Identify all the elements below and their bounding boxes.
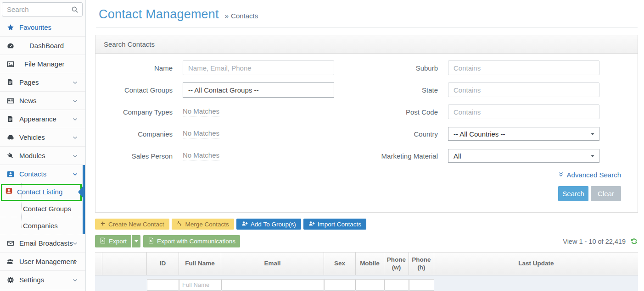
gears-icon xyxy=(6,276,14,284)
filter-phone-w-input[interactable] xyxy=(384,279,409,291)
column-header-id[interactable]: ID xyxy=(147,253,179,275)
caret-down-icon xyxy=(591,155,594,157)
export-with-communications-button[interactable]: Export with Communications xyxy=(143,235,240,247)
button-label: Export with Communications xyxy=(157,238,235,245)
column-header-sex[interactable]: Sex xyxy=(324,253,356,275)
sidebar-item-favourites[interactable]: Favourites xyxy=(0,18,85,37)
state-input[interactable] xyxy=(448,82,599,97)
sidebar-item-settings[interactable]: Settings xyxy=(0,271,85,289)
create-new-contact-button[interactable]: Create New Contact xyxy=(95,219,169,230)
post-code-input[interactable] xyxy=(448,104,599,119)
import-contacts-button[interactable]: Import Contacts xyxy=(303,219,366,230)
sidebar-search xyxy=(2,2,83,16)
form-row-name: Name xyxy=(95,57,334,79)
refresh-icon[interactable] xyxy=(630,237,638,245)
users-icon xyxy=(6,258,14,265)
search-button[interactable]: Search xyxy=(558,186,588,201)
merge-contacts-button[interactable]: Merge Contacts xyxy=(172,219,234,230)
column-header-last-update[interactable]: Last Update xyxy=(434,253,638,275)
sidebar-item-label: Appearance xyxy=(19,115,56,123)
sidebar-item-label: Contacts xyxy=(19,170,46,178)
chevron-down-icon xyxy=(72,98,78,105)
sidebar-item-companies[interactable]: Companies xyxy=(0,217,85,234)
search-form: Name Contact Groups -- All Contact Group… xyxy=(95,54,638,212)
field-label: Companies xyxy=(95,130,183,138)
form-row-marketing-material: Marketing Material All xyxy=(361,145,599,167)
button-label: Create New Contact xyxy=(108,221,164,228)
column-header-mobile[interactable]: Mobile xyxy=(356,253,384,275)
button-label: Import Contacts xyxy=(318,221,361,228)
chevron-down-icon xyxy=(72,171,78,179)
filter-phone-h-input[interactable] xyxy=(409,279,434,291)
sales-person-no-matches[interactable]: No Matches xyxy=(183,151,219,160)
country-select[interactable]: -- All Countries -- xyxy=(448,127,599,141)
filter-sex-input[interactable] xyxy=(324,279,356,291)
excel-file-icon xyxy=(148,237,154,245)
advanced-search-link[interactable]: Advanced Search xyxy=(558,171,621,179)
button-label: Merge Contacts xyxy=(185,221,229,228)
marketing-material-select[interactable]: All xyxy=(448,149,599,163)
form-row-companies: Companies No Matches xyxy=(95,123,334,145)
sidebar-item-pages[interactable]: Pages xyxy=(0,73,85,92)
image-icon xyxy=(6,60,14,68)
sidebar-item-contact-groups[interactable]: Contact Groups xyxy=(0,200,85,217)
dashboard-icon xyxy=(6,42,14,49)
clear-button[interactable]: Clear xyxy=(591,186,621,201)
filter-email-input[interactable] xyxy=(221,279,324,291)
chevron-down-icon xyxy=(72,79,78,87)
sidebar-item-contacts[interactable]: Contacts xyxy=(0,165,85,183)
export-dropdown-toggle[interactable] xyxy=(132,235,140,247)
sidebar-item-user-management[interactable]: User Management xyxy=(0,253,85,271)
column-header-email[interactable]: Email xyxy=(221,253,324,275)
page-title: Contact Management xyxy=(99,7,219,22)
country-select-value: -- All Countries -- xyxy=(454,130,505,138)
page-header: Contact Management »Contacts xyxy=(86,0,644,22)
sidebar-item-dashboard[interactable]: DashBoard xyxy=(0,37,85,55)
column-header-blank[interactable] xyxy=(95,253,102,275)
column-header-phone-w[interactable]: Phone (w) xyxy=(384,253,409,275)
suburb-input[interactable] xyxy=(448,60,599,75)
column-header-blank[interactable] xyxy=(102,253,147,275)
company-types-no-matches[interactable]: No Matches xyxy=(183,107,219,116)
envelope-icon xyxy=(6,240,14,247)
filter-mobile-input[interactable] xyxy=(356,279,384,291)
column-header-phone-h[interactable]: Phone (h) xyxy=(409,253,434,275)
chevron-down-icon xyxy=(72,277,78,285)
double-chevron-down-icon xyxy=(558,171,564,179)
companies-no-matches[interactable]: No Matches xyxy=(183,129,219,138)
page-icon xyxy=(6,115,14,122)
chevron-down-icon xyxy=(72,153,78,160)
name-input[interactable] xyxy=(183,60,334,75)
column-header-full-name[interactable]: Full Name xyxy=(179,253,221,275)
sidebar-item-modules[interactable]: Modules xyxy=(0,147,85,165)
sidebar-item-contact-listing[interactable]: Contact Listing xyxy=(0,183,85,200)
chevron-down-icon xyxy=(72,240,78,248)
sidebar-item-appearance[interactable]: Appearance xyxy=(0,110,85,128)
add-to-groups-button[interactable]: Add To Group(s) xyxy=(236,219,301,230)
chevron-down-icon xyxy=(72,116,78,124)
table-header-row: ID Full Name Email Sex Mobile Phone (w) … xyxy=(95,253,638,275)
breadcrumb: »Contacts xyxy=(225,12,258,20)
plug-icon xyxy=(6,152,14,159)
sidebar-item-email-broadcasts[interactable]: Email Broadcasts xyxy=(0,234,85,253)
marketing-material-select-value: All xyxy=(454,152,461,160)
breadcrumb-current: Contacts xyxy=(231,12,258,20)
sidebar: Favourites DashBoard File Manager Pages … xyxy=(0,0,86,291)
sidebar-item-vehicles[interactable]: Vehicles xyxy=(0,128,85,147)
header-divider xyxy=(96,27,638,28)
excel-file-icon xyxy=(100,237,106,245)
filter-id-input[interactable] xyxy=(147,279,179,291)
export-toolbar: Export Export with Communications View 1… xyxy=(95,235,638,247)
sidebar-item-file-manager[interactable]: File Manager xyxy=(0,55,85,73)
sidebar-item-news[interactable]: News xyxy=(0,92,85,110)
export-button[interactable]: Export xyxy=(95,235,131,247)
filter-full-name-input[interactable] xyxy=(179,279,221,291)
contact-groups-multiselect[interactable]: -- All Contact Groups -- xyxy=(183,82,334,98)
user-plus-icon xyxy=(241,220,248,228)
search-icon[interactable] xyxy=(71,6,78,15)
sidebar-search-input[interactable] xyxy=(2,3,82,16)
record-count-text: View 1 - 10 of 22,419 xyxy=(563,238,626,245)
sidebar-item-label: Modules xyxy=(19,152,45,159)
car-icon xyxy=(6,134,14,141)
search-form-left-column: Name Contact Groups -- All Contact Group… xyxy=(95,57,334,167)
